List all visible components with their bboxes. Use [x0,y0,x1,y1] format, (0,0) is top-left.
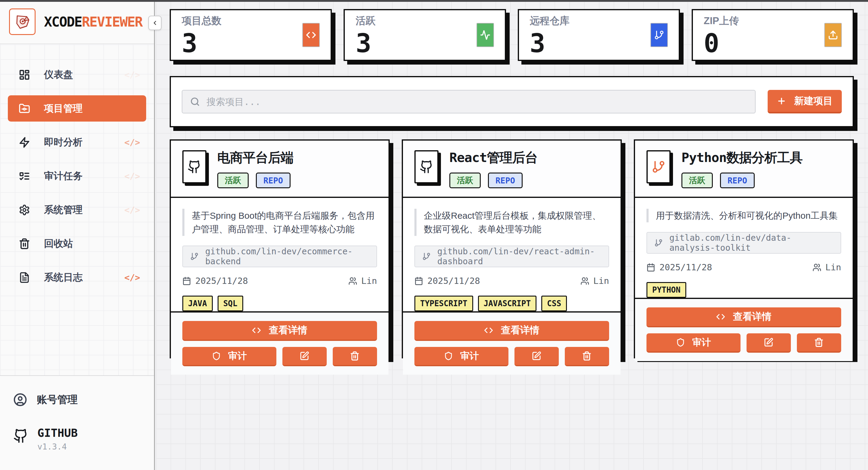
project-card-footer: 查看详情 审计 [635,298,852,361]
delete-button[interactable] [565,347,609,366]
repo-url: github.com/lin-dev/ecommerce-backend [205,246,369,266]
sidebar-item-system-admin[interactable]: 系统管理 </> [8,197,146,223]
project-owner: Lin [812,262,841,272]
project-description: 基于Spring Boot的电商平台后端服务，包含用户管理、商品管理、订单处理等… [182,209,377,236]
top-edge-strip [0,0,868,2]
sidebar-item-label: 系统管理 [44,203,83,216]
project-grid: 电商平台后端 活跃 REPO 基于Spring Boot的电商平台后端服务，包含… [170,139,854,358]
activity-icon [476,23,494,47]
view-details-button[interactable]: 查看详情 [182,321,377,341]
integration-name: GITHUB [37,427,78,440]
project-title: Python数据分析工具 [681,149,802,167]
project-card-body: 企业级React管理后台模板，集成权限管理、数据可视化、表单处理等功能 gith… [403,198,621,311]
project-description: 企业级React管理后台模板，集成权限管理、数据可视化、表单处理等功能 [414,209,609,236]
sidebar-item-system-logs[interactable]: 系统日志 </> [8,264,146,291]
trash-icon [19,238,30,249]
audit-button[interactable]: 审计 [647,333,741,353]
repo-url: github.com/lin-dev/react-admin-dashboard [437,246,601,266]
gear-icon [19,204,30,216]
shield-icon [212,351,221,360]
trash-icon [814,337,824,347]
audit-button[interactable]: 审计 [182,347,276,366]
users-icon [812,263,821,272]
dashboard-icon [19,69,30,81]
upload-icon [824,23,842,47]
calendar-icon [647,263,655,272]
chevron-left-icon [152,20,158,26]
language-tag: JAVASCRIPT [478,296,537,311]
language-tag: CSS [541,296,567,311]
account-management[interactable]: 账号管理 [13,393,141,407]
stat-card-total-projects: 项目总数 3 [170,9,332,61]
stat-value: 0 [704,30,739,56]
language-tag: JAVA [182,296,213,311]
github-icon [182,150,207,183]
git-branch-icon [422,252,431,261]
delete-button[interactable] [333,347,377,366]
code-deco: </> [124,272,140,283]
sidebar-item-label: 项目管理 [44,102,83,115]
status-badge-active: 活跃 [450,173,481,188]
sidebar-footer: 账号管理 GITHUB v1.3.4 [0,375,154,470]
project-card-header: React管理后台 活跃 REPO [403,141,621,198]
sidebar-item-recycle-bin[interactable]: 回收站 [8,231,146,257]
stat-card-active: 活跃 3 [344,9,506,61]
sidebar-nav: 仪表盘 </> 项目管理 即时分析 </> 审计任务 </> 系统管理 </> … [0,44,154,291]
sidebar-item-label: 审计任务 [44,170,83,183]
git-branch-icon [650,23,668,47]
sidebar-item-projects[interactable]: 项目管理 [8,95,146,122]
sidebar-collapse-button[interactable] [148,16,161,30]
code-icon [302,23,320,47]
brand-name-accent: REVIEWER [82,14,142,30]
delete-button[interactable] [797,333,841,353]
sidebar-item-audit-tasks[interactable]: 审计任务 </> [8,163,146,189]
git-branch-icon [190,252,198,261]
audit-button[interactable]: 审计 [414,347,508,366]
new-project-button[interactable]: 新建项目 [768,90,842,113]
shield-icon [676,338,685,347]
repo-url-box[interactable]: gitlab.com/lin-dev/data-analysis-toolkit [647,232,841,254]
file-text-icon [19,272,30,283]
search-box[interactable] [182,90,755,113]
project-card-react-admin: React管理后台 活跃 REPO 企业级React管理后台模板，集成权限管理、… [402,139,622,358]
edit-icon [300,351,309,361]
project-title: React管理后台 [450,149,537,167]
view-details-button[interactable]: 查看详情 [647,307,841,327]
edit-button[interactable] [515,347,559,366]
trash-icon [350,351,360,361]
project-card-ecommerce-backend: 电商平台后端 活跃 REPO 基于Spring Boot的电商平台后端服务，包含… [170,139,390,358]
edit-button[interactable] [747,333,791,353]
main-content: 项目总数 3 活跃 3 远程仓库 3 [156,0,868,470]
github-icon [414,150,438,183]
repo-url-box[interactable]: github.com/lin-dev/react-admin-dashboard [414,245,609,267]
project-owner: Lin [348,276,377,286]
sidebar-item-label: 即时分析 [44,136,83,149]
brand-header: XCODEREVIEWER [0,0,154,44]
git-branch-icon [654,239,663,247]
stat-label: 活跃 [355,14,375,28]
project-card-footer: 查看详情 审计 [171,311,389,375]
git-branch-icon [647,150,671,183]
users-icon [581,276,589,285]
language-tag: PYTHON [647,282,686,298]
search-input[interactable] [207,96,747,107]
stats-row: 项目总数 3 活跃 3 远程仓库 3 [170,9,854,61]
view-details-button[interactable]: 查看详情 [414,321,609,341]
sidebar-item-label: 仪表盘 [44,68,73,82]
code-deco: </> [124,137,140,148]
stat-value: 3 [182,30,221,56]
sidebar-item-instant-analysis[interactable]: 即时分析 </> [8,129,146,155]
folder-git-icon [19,103,30,114]
repo-url-box[interactable]: github.com/lin-dev/ecommerce-backend [182,245,377,267]
app-version: v1.3.4 [37,442,78,451]
code-deco: </> [124,70,140,80]
sidebar: XCODEREVIEWER 仪表盘 </> 项目管理 即时分析 </> 审计任务… [0,0,155,470]
project-card-python-toolkit: Python数据分析工具 活跃 REPO 用于数据清洗、分析和可视化的Pytho… [634,139,854,358]
project-date: 2025/11/28 [647,262,712,272]
sidebar-item-dashboard[interactable]: 仪表盘 </> [8,62,146,88]
edit-button[interactable] [282,347,327,366]
project-card-body: 用于数据清洗、分析和可视化的Python工具集 gitlab.com/lin-d… [635,198,852,298]
code-icon [716,312,725,321]
user-circle-icon [13,393,27,407]
new-project-label: 新建项目 [794,94,833,108]
